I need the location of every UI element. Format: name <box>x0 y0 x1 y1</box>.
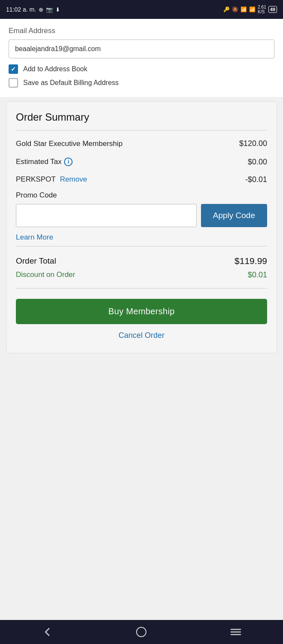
vpn-icon: ⊕ <box>39 6 43 13</box>
order-total-value: $119.99 <box>234 256 267 266</box>
buy-membership-button[interactable]: Buy Membership <box>16 299 267 324</box>
add-to-address-book-checkbox[interactable] <box>9 64 18 74</box>
promo-code-row: Apply Code <box>16 204 267 227</box>
email-section-label: Email Address <box>9 27 274 35</box>
bottom-navigation <box>0 620 283 644</box>
perkspot-label-group: PERKSPOT Remove <box>16 175 87 184</box>
email-section: Email Address Add to Address Book Save a… <box>0 19 283 97</box>
save-as-default-row: Save as Default Billing Address <box>9 78 274 88</box>
data-speed: 2.61K/S <box>258 5 266 14</box>
estimated-tax-value: $0.00 <box>248 158 267 167</box>
estimated-tax-text: Estimated Tax <box>16 158 61 166</box>
order-total-row: Order Total $119.99 <box>16 251 267 269</box>
download-icon: ⬇ <box>55 6 60 13</box>
main-content: Email Address Add to Address Book Save a… <box>0 19 283 620</box>
order-summary-section: Order Summary Gold Star Executive Member… <box>6 101 277 353</box>
promo-code-label: Promo Code <box>16 191 267 200</box>
key-icon: 🔑 <box>223 6 230 12</box>
wifi-icon: 📶 <box>240 6 247 12</box>
divider-top <box>16 130 267 131</box>
discount-value: $0.01 <box>248 270 267 279</box>
instagram-icon: 📷 <box>46 6 53 13</box>
order-summary-title: Order Summary <box>16 111 267 123</box>
discount-label: Discount on Order <box>16 270 75 279</box>
back-button[interactable] <box>37 623 58 641</box>
perkspot-row: PERKSPOT Remove -$0.01 <box>16 171 267 188</box>
home-button[interactable] <box>131 623 152 641</box>
status-left: 11:02 a. m. ⊕ 📷 ⬇ <box>6 6 60 13</box>
time-display: 11:02 a. m. <box>6 6 36 13</box>
signal-icon: 📶 <box>249 6 256 12</box>
discount-row: Discount on Order $0.01 <box>16 269 267 284</box>
membership-label: Gold Star Executive Membership <box>16 139 239 149</box>
add-to-address-book-row: Add to Address Book <box>9 64 274 74</box>
divider-bottom <box>16 288 267 289</box>
apply-code-button[interactable]: Apply Code <box>201 204 267 227</box>
promo-code-input[interactable] <box>16 204 197 227</box>
divider-middle <box>16 246 267 246</box>
learn-more-link[interactable]: Learn More <box>16 233 267 242</box>
perkspot-text: PERKSPOT <box>16 175 56 184</box>
cancel-order-link[interactable]: Cancel Order <box>16 331 267 344</box>
save-as-default-checkbox[interactable] <box>9 78 18 88</box>
save-as-default-label: Save as Default Billing Address <box>23 79 119 87</box>
mute-icon: 🔕 <box>232 6 238 12</box>
membership-line-item: Gold Star Executive Membership $120.00 <box>16 135 267 153</box>
estimated-tax-line-item: Estimated Tax i $0.00 <box>16 153 267 171</box>
tax-info-icon[interactable]: i <box>64 158 73 166</box>
battery-indicator: 49 <box>268 6 277 13</box>
membership-value: $120.00 <box>239 139 267 148</box>
email-input[interactable] <box>9 39 274 58</box>
perkspot-value: -$0.01 <box>245 175 267 184</box>
menu-button[interactable] <box>225 623 246 641</box>
status-bar: 11:02 a. m. ⊕ 📷 ⬇ 🔑 🔕 📶 📶 2.61K/S 49 <box>0 0 283 19</box>
estimated-tax-label-group: Estimated Tax i <box>16 158 73 166</box>
svg-point-0 <box>137 627 146 637</box>
order-total-label: Order Total <box>16 256 56 266</box>
status-right: 🔑 🔕 📶 📶 2.61K/S 49 <box>223 5 277 14</box>
perkspot-remove-link[interactable]: Remove <box>60 175 87 184</box>
add-to-address-book-label: Add to Address Book <box>23 65 87 73</box>
